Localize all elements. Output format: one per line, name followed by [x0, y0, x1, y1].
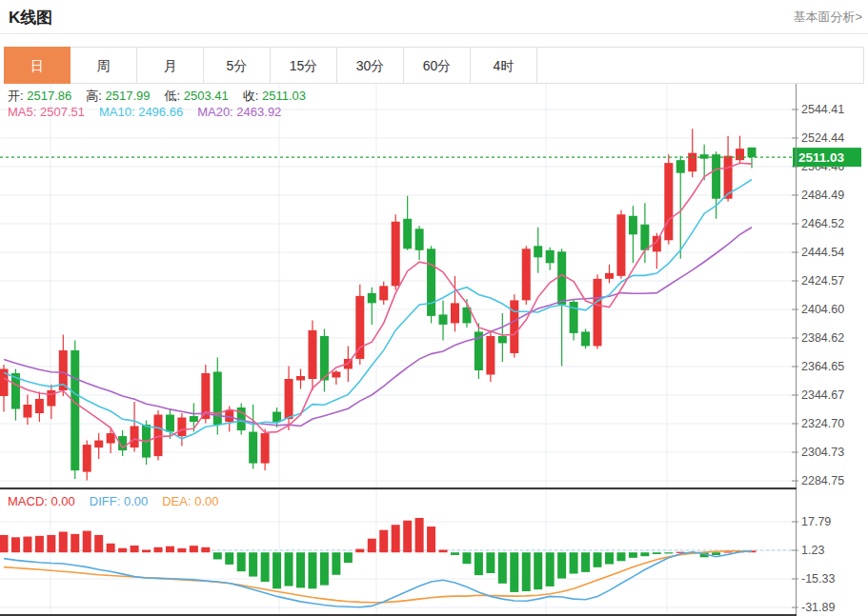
candle-body	[415, 229, 424, 250]
macd-bar	[285, 552, 293, 586]
kline-app: K线图 基本面分析> 日周月5分15分30分60分4时 开: 2517.86高:…	[0, 0, 868, 616]
macd-bar	[0, 535, 9, 552]
ma20-line	[4, 228, 752, 427]
macd-bar	[510, 552, 518, 592]
macd-bar	[225, 552, 233, 565]
ohlc-row-item-3: 收: 2511.03	[243, 88, 306, 105]
macd-bar	[403, 521, 412, 553]
macd-bar	[177, 548, 186, 552]
svg-text:-15.33: -15.33	[801, 572, 835, 586]
fundamental-analysis-link[interactable]: 基本面分析>	[793, 9, 862, 26]
tab-5分[interactable]: 5分	[204, 47, 271, 84]
candle-body	[320, 336, 329, 381]
macd-bar	[439, 550, 448, 553]
candle-body	[427, 248, 435, 316]
main-candlestick-chart: 2544.412524.442504.462484.492464.522444.…	[0, 84, 868, 489]
svg-text:2544.41: 2544.41	[801, 103, 844, 116]
ma5-line	[4, 163, 752, 447]
svg-text:2344.67: 2344.67	[801, 388, 844, 402]
macd-bar	[11, 537, 20, 552]
macd-bar	[237, 552, 246, 571]
current-price-tag: 2511.03	[793, 148, 861, 167]
ohlc-row-item-0: 开: 2517.86	[8, 88, 71, 105]
ma-row-item-0: MA5: 2507.51	[8, 105, 85, 119]
tab-15分[interactable]: 15分	[271, 47, 337, 84]
candle-body	[153, 415, 162, 457]
tab-30分[interactable]: 30分	[337, 47, 404, 84]
candle-body	[748, 148, 757, 157]
candle-body	[273, 412, 281, 423]
macd-bar	[142, 550, 151, 553]
macd-bar	[59, 531, 68, 552]
macd-bar	[261, 552, 270, 582]
candle-body	[439, 314, 448, 325]
candle-body	[616, 214, 625, 276]
macd-bar	[451, 552, 459, 555]
tab-周[interactable]: 周	[71, 47, 137, 84]
candle-body	[285, 379, 293, 419]
svg-text:2384.62: 2384.62	[801, 331, 844, 345]
candle-body	[296, 376, 305, 381]
candle-body	[308, 330, 316, 379]
macd-bar	[131, 546, 139, 552]
interval-tabbar: 日周月5分15分30分60分4时	[4, 47, 864, 84]
candle-body	[35, 399, 44, 413]
macd-bar	[320, 552, 329, 585]
macd-bar	[594, 552, 602, 567]
macd-bar	[273, 552, 281, 588]
ohlc-row-item-1: 高: 2517.99	[86, 88, 150, 105]
macd-bar	[605, 552, 614, 564]
macd-bar	[640, 552, 649, 556]
candle-body	[261, 433, 270, 464]
candle-body	[581, 331, 590, 346]
macd-bar	[534, 552, 542, 589]
ohlc-row-item-2: 低: 2503.41	[164, 88, 228, 105]
candle-body	[166, 415, 174, 432]
candle-body	[736, 149, 744, 160]
macd-bar	[308, 552, 316, 588]
macd-bar	[379, 530, 388, 553]
candle-body	[355, 296, 364, 359]
macd-bar	[570, 552, 578, 573]
svg-text:2484.49: 2484.49	[801, 189, 844, 202]
macd-bar	[83, 531, 91, 553]
macd-bar	[712, 552, 720, 555]
macd-bar	[581, 552, 590, 572]
candle-body	[712, 154, 720, 199]
ma-legend: MA5: 2507.51MA10: 2496.66MA20: 2463.92	[8, 105, 295, 119]
macd-bar	[522, 552, 531, 591]
page-title: K线图	[9, 7, 52, 29]
svg-text:2404.60: 2404.60	[801, 303, 844, 316]
svg-text:2324.70: 2324.70	[801, 417, 844, 430]
svg-text:-31.89: -31.89	[801, 601, 835, 614]
macd-bar	[498, 552, 507, 584]
candle-body	[486, 336, 495, 375]
candle-body	[392, 222, 400, 287]
macd-bar	[415, 518, 424, 552]
svg-text:17.79: 17.79	[801, 515, 831, 528]
candle-body	[534, 246, 542, 257]
macd-bar	[296, 552, 305, 587]
candle-body	[131, 427, 139, 448]
tab-日[interactable]: 日	[4, 47, 71, 84]
macd-bar	[249, 552, 257, 576]
candle-body	[332, 371, 340, 377]
tab-60分[interactable]: 60分	[404, 47, 471, 84]
svg-text:2284.75: 2284.75	[801, 474, 844, 487]
candle-body	[107, 433, 115, 444]
candle-body	[676, 160, 685, 173]
svg-text:2364.65: 2364.65	[801, 360, 844, 373]
svg-text:2511.03: 2511.03	[798, 150, 845, 165]
candle-body	[71, 350, 79, 470]
tab-4时[interactable]: 4时	[471, 47, 537, 84]
macd-bar	[486, 552, 495, 573]
dea-line	[4, 551, 752, 603]
candle-body	[510, 300, 518, 353]
tabbar-filler	[537, 47, 864, 84]
tab-月[interactable]: 月	[137, 47, 204, 84]
candle-body	[83, 445, 91, 472]
header: K线图 基本面分析>	[0, 0, 868, 34]
candle-body	[23, 405, 31, 418]
macd-bar	[355, 549, 364, 553]
macd-bar	[201, 547, 210, 552]
